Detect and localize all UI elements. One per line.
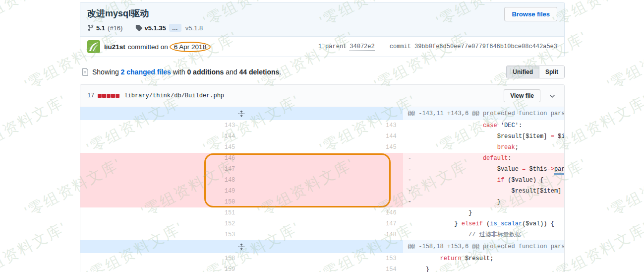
old-line-number[interactable]: 145 — [80, 142, 241, 153]
watermark-text: '零组资料文库' — [0, 0, 70, 31]
watermark-text: '零组资料文库' — [0, 217, 70, 272]
file-path[interactable]: library/think/db/Builder.php — [124, 92, 224, 99]
code-row: 146- default: — [80, 153, 564, 164]
old-line-number[interactable]: 143 — [80, 120, 241, 131]
file-diff-card: 17 library/think/db/Builder.php View fil… — [80, 84, 565, 272]
and-label: and — [224, 68, 239, 76]
code-row: 151146 } — [80, 207, 564, 218]
code-row: 150- } — [80, 197, 564, 207]
branch-name[interactable]: 5.1 — [96, 24, 105, 32]
tag-group: v5.1.35 … v5.1.8 — [135, 24, 203, 32]
code-row: 148- if ($value) { — [80, 175, 564, 186]
commit-head: 改进mysql驱动 5.1 (#16) v5.1.35 … v5.1.8 Bro… — [80, 2, 564, 37]
show-more-tags-button[interactable]: … — [169, 24, 181, 32]
deletions-count: 44 deletions — [239, 68, 279, 76]
code-row: 145145 break; — [80, 142, 564, 153]
watermark-text: '零组资料文库' — [604, 154, 644, 222]
code-line: case 'DEC': — [403, 120, 564, 131]
file-diff-icon — [81, 68, 89, 76]
code-row: 144144 $result[$item] = $item . ' - ' . … — [80, 131, 564, 142]
additions-count: 0 additions — [187, 68, 224, 76]
old-line-number[interactable]: 148 — [80, 175, 241, 186]
old-line-number[interactable]: 159 — [80, 264, 241, 272]
commit-date: 6 Apr 2018 — [174, 43, 206, 51]
old-line-number[interactable]: 149 — [80, 186, 241, 197]
old-line-number[interactable]: 147 — [80, 164, 241, 175]
diffstat-block — [98, 94, 102, 98]
code-row: 158153 return $result; — [80, 253, 564, 264]
commit-title: 改进mysql驱动 — [87, 7, 557, 19]
diff-body: @@ -143,11 +143,6 @@ protected function … — [80, 107, 564, 272]
new-line-number[interactable] — [241, 164, 403, 175]
old-line-number[interactable]: 144 — [80, 131, 241, 142]
diffstat-block — [111, 94, 115, 98]
parent-sha-link[interactable]: 34072e2 — [350, 43, 374, 51]
with-label: with — [171, 68, 187, 76]
code-line: break; — [403, 142, 564, 153]
old-line-number[interactable]: 158 — [80, 253, 241, 264]
new-line-number[interactable]: 143 — [241, 120, 403, 131]
old-line-number[interactable]: 146 — [80, 153, 241, 164]
diffstat-block — [116, 94, 119, 98]
new-line-number[interactable] — [241, 175, 403, 186]
new-line-number[interactable]: 154 — [241, 264, 403, 272]
new-line-number[interactable]: 148 — [241, 229, 403, 240]
code-line: - default: — [403, 153, 564, 164]
code-line: // 过滤非标量数据 — [403, 229, 564, 240]
unified-view-button[interactable]: Unified — [507, 66, 539, 78]
file-header: 17 library/think/db/Builder.php View fil… — [80, 85, 564, 107]
expand-diff-button[interactable] — [80, 240, 403, 253]
diff-summary-row: Showing 2 changed files with 0 additions… — [81, 66, 565, 78]
commit-action-text: committed on — [128, 43, 168, 51]
new-line-number[interactable]: 146 — [241, 207, 403, 218]
period: . — [279, 68, 281, 76]
diff-summary-text: Showing 2 changed files with 0 additions… — [92, 68, 281, 76]
commit-box: 改进mysql驱动 5.1 (#16) v5.1.35 … v5.1.8 Bro… — [80, 2, 565, 57]
commit-author[interactable]: liu21st — [104, 43, 125, 51]
old-line-number[interactable]: 153 — [80, 229, 241, 240]
code-row: 149- $result[$item] = $value; — [80, 186, 564, 197]
tag-name[interactable]: v5.1.35 — [144, 24, 166, 32]
git-branch-icon — [87, 24, 94, 31]
new-line-number[interactable]: 153 — [241, 253, 403, 264]
commit-label: commit — [390, 43, 411, 50]
code-row: 143143 case 'DEC': — [80, 120, 564, 131]
old-line-number[interactable]: 150 — [80, 197, 241, 207]
code-line: } elseif (is_scalar($val)) { — [403, 218, 564, 229]
diff-table: @@ -143,11 +143,6 @@ protected function … — [80, 107, 564, 272]
new-line-number[interactable] — [241, 186, 403, 197]
new-line-number[interactable] — [241, 153, 403, 164]
parent-label: 1 parent — [318, 43, 347, 50]
commit-meta-bar: liu21st committed on 6 Apr 2018 1 parent… — [80, 37, 564, 57]
changed-files-link[interactable]: 2 changed files — [121, 68, 171, 76]
code-line: } — [403, 207, 564, 218]
new-line-number[interactable]: 145 — [241, 142, 403, 153]
showing-label: Showing — [92, 68, 121, 76]
commit-sha: 39bb0fe6d50ee77e0779f646b10bce08c442a5e3 — [414, 43, 557, 50]
pr-reference[interactable]: (#16) — [108, 24, 122, 32]
commit-meta-right: 1 parent 34072e2 commit 39bb0fe6d50ee77e… — [318, 43, 557, 51]
hunk-header: @@ -143,11 +143,6 @@ protected function … — [403, 107, 564, 120]
chevron-down-icon[interactable] — [548, 92, 556, 100]
view-file-button[interactable]: View file — [504, 89, 540, 102]
code-row: 147- $value = $this->parseArrayData($que… — [80, 164, 564, 175]
diffstat-block — [102, 94, 106, 98]
hunk-row: @@ -158,18 +153,6 @@ protected function … — [80, 240, 564, 253]
code-line: - $result[$item] = $value; — [403, 186, 564, 197]
old-line-number[interactable]: 152 — [80, 218, 241, 229]
tag-extra[interactable]: v5.1.8 — [185, 24, 203, 32]
old-line-number[interactable]: 151 — [80, 207, 241, 218]
avatar[interactable] — [87, 40, 100, 53]
code-row: 152147 } elseif (is_scalar($val)) { — [80, 218, 564, 229]
split-view-button[interactable]: Split — [539, 66, 564, 78]
expand-diff-button[interactable] — [80, 107, 403, 120]
date-annotation-ellipse: 6 Apr 2018 — [170, 42, 211, 52]
hunk-header: @@ -158,18 +153,6 @@ protected function … — [403, 240, 564, 253]
code-line: - if ($value) { — [403, 175, 564, 186]
new-line-number[interactable]: 144 — [241, 131, 403, 142]
new-line-number[interactable] — [241, 197, 403, 207]
new-line-number[interactable]: 147 — [241, 218, 403, 229]
file-changes-count: 17 — [87, 92, 94, 99]
code-line: } — [403, 264, 564, 272]
browse-files-button[interactable]: Browse files — [504, 7, 557, 21]
